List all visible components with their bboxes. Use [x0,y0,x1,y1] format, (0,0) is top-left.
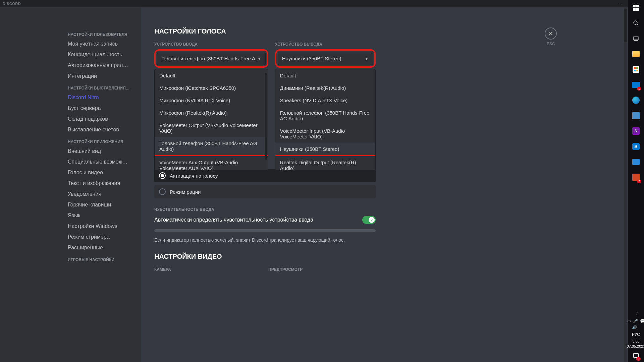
svg-rect-1 [636,5,639,7]
dropdown-option[interactable]: Динамики (Realtek(R) Audio) [275,82,375,94]
tray-icons-row[interactable]: ▭🎤💬 [627,319,644,323]
voice-section-title: НАСТРОЙКИ ГОЛОСА [154,27,376,35]
sidebar-item[interactable]: Уведомления [64,189,138,199]
sidebar-item[interactable]: Язык [64,210,138,221]
sensitivity-label: ЧУВСТВИТЕЛЬНОСТЬ ВВОДА [154,207,376,212]
radio-label: Режим рации [170,189,201,195]
svg-rect-3 [636,8,639,11]
language-indicator[interactable]: РУС [632,332,640,337]
output-device-label: УСТРОЙСТВО ВЫВОДА [275,42,376,47]
dropdown-option[interactable]: Микрофон (Realtek(R) Audio) [155,107,268,119]
dropdown-option[interactable]: Наушники (350BT Stereo) [275,143,375,156]
sidebar-item[interactable]: Буст сервера [64,103,138,113]
taskbar-store[interactable] [628,62,644,77]
titlebar: DISCORD ─ ☐ ✕ [0,0,644,7]
svg-point-4 [634,21,637,24]
sidebar-item[interactable]: Текст и изображения [64,178,138,188]
windows-taskbar: 1 N S 2 〈 ▭🎤💬 🔊 РУС 3:03 07.05.2021 2 [628,0,644,362]
sidebar-item[interactable]: Интеграции [64,71,138,81]
output-device-selected: Наушники (350BT Stereo) [282,56,341,61]
output-device-select[interactable]: Наушники (350BT Stereo) ▼ [278,52,373,65]
search-icon[interactable] [628,15,644,31]
taskbar-mail[interactable]: 1 [628,77,644,93]
chevron-down-icon: ▼ [257,56,261,61]
notification-center-icon[interactable]: 2 [628,350,644,362]
preview-label: ПРЕДПРОСМОТР [268,267,376,272]
taskbar-explorer[interactable] [628,46,644,62]
camera-label: КАМЕРА [154,267,262,272]
start-button[interactable] [628,0,644,15]
settings-main: ✕ ESC НАСТРОЙКИ ГОЛОСА УСТРОЙСТВО ВВОДА … [141,7,644,362]
sidebar-section-header: НАСТРОЙКИ ВЫСТАВЛЕНИЯ… [64,84,138,93]
sidebar-item[interactable]: Авторизованные прил… [64,60,138,70]
sidebar-item[interactable]: Моя учётная запись [64,39,138,49]
input-device-label: УСТРОЙСТВО ВВОДА [154,42,268,47]
taskbar-app-1[interactable] [628,108,644,123]
app-logo: DISCORD [3,2,21,6]
radio-voice-activity[interactable]: Активация по голосу [154,169,376,182]
svg-rect-6 [634,37,638,40]
input-device-select[interactable]: Головной телефон (350BT Hands-Free A ▼ [157,52,266,65]
dropdown-option[interactable]: Головной телефон (350BT Hands-Free AG Au… [155,137,268,156]
settings-sidebar: НАСТРОЙКИ ПОЛЬЗОВАТЕЛЯМоя учётная запись… [0,7,141,362]
input-device-selected: Головной телефон (350BT Hands-Free A [161,56,255,61]
auto-sensitivity-toggle[interactable]: ✓ [362,216,376,224]
svg-rect-0 [633,5,636,7]
close-label: ESC [545,42,557,46]
system-tray[interactable]: 〈 ▭🎤💬 🔊 [627,310,644,331]
dropdown-option[interactable]: Головной телефон (350BT Hands-Free AG Au… [275,107,375,125]
dropdown-option[interactable]: Микрофон (iCatchtek SPCA6350) [155,82,268,94]
annotation-input-highlight: Головной телефон (350BT Hands-Free A ▼ [154,49,268,68]
input-device-dropdown: DefaultМикрофон (iCatchtek SPCA6350)Микр… [154,69,268,170]
sidebar-item[interactable]: Выставление счетов [64,125,138,135]
svg-line-5 [637,24,638,25]
dropdown-option[interactable]: VoiceMeeter Output (VB-Audio VoiceMeeter… [155,119,268,137]
taskbar-app-3[interactable]: 2 [628,170,644,185]
sensitivity-note: Если индикатор полностью зелёный, значит… [154,237,376,243]
sidebar-item[interactable]: Специальные возмож… [64,157,138,167]
svg-rect-8 [634,354,639,358]
close-settings-button[interactable]: ✕ [545,27,557,40]
task-view-icon[interactable] [628,31,644,46]
radio-label: Активация по голосу [170,173,218,179]
sensitivity-bar [154,229,376,232]
dropdown-option[interactable]: VoiceMeeter Input (VB-Audio VoiceMeeter … [275,125,375,143]
taskbar-skype[interactable]: S [628,139,644,154]
sidebar-item[interactable]: Расширенные [64,243,138,253]
output-device-dropdown: DefaultДинамики (Realtek(R) Audio)Speake… [275,69,376,170]
dropdown-option[interactable]: Realtek Digital Output (Realtek(R) Audio… [275,156,375,170]
sidebar-item[interactable]: Голос и видео [64,168,138,178]
dropdown-option[interactable]: Speakers (NVIDIA RTX Voice) [275,94,375,107]
tray-icons-row[interactable]: 🔊 [632,325,640,329]
sidebar-section-header: НАСТРОЙКИ ПОЛЬЗОВАТЕЛЯ [64,30,138,39]
radio-push-to-talk[interactable]: Режим рации [154,185,376,198]
chevron-down-icon: ▼ [365,56,369,61]
check-icon: ✓ [369,217,375,223]
sidebar-item[interactable]: Внешний вид [64,146,138,156]
taskbar-app-2[interactable] [628,154,644,170]
taskbar-onenote[interactable]: N [628,123,644,139]
sidebar-section-header: ИГРОВЫЕ НАСТРОЙКИ [64,255,138,264]
dropdown-option[interactable]: Микрофон (NVIDIA RTX Voice) [155,94,268,107]
dropdown-option[interactable]: VoiceMeeter Aux Output (VB-Audio VoiceMe… [155,156,268,170]
auto-sensitivity-label: Автоматически определять чувствительност… [154,217,313,223]
taskbar-clock[interactable]: 3:03 07.05.2021 [627,339,644,349]
svg-rect-2 [633,8,636,11]
sidebar-item[interactable]: Настройки Windows [64,221,138,231]
dropdown-scrollbar[interactable] [265,73,267,160]
taskbar-edge[interactable] [628,93,644,108]
sidebar-section-header: НАСТРОЙКИ ПРИЛОЖЕНИЯ [64,137,138,146]
sidebar-item[interactable]: Discord Nitro [64,93,138,103]
minimize-button[interactable]: ─ [616,0,625,7]
sidebar-item[interactable]: Конфиденциальность [64,50,138,60]
sidebar-item[interactable]: Горячие клавиши [64,200,138,210]
dropdown-option[interactable]: Default [155,69,268,82]
sidebar-item[interactable]: Склад подарков [64,114,138,124]
video-section-title: НАСТРОЙКИ ВИДЕО [154,253,376,260]
annotation-output-highlight: Наушники (350BT Stereo) ▼ [275,49,376,68]
sidebar-item[interactable]: Режим стримера [64,232,138,242]
main-scrollbar[interactable] [624,7,627,362]
dropdown-option[interactable]: Default [275,69,375,82]
tray-expand-icon[interactable]: 〈 [634,312,638,317]
